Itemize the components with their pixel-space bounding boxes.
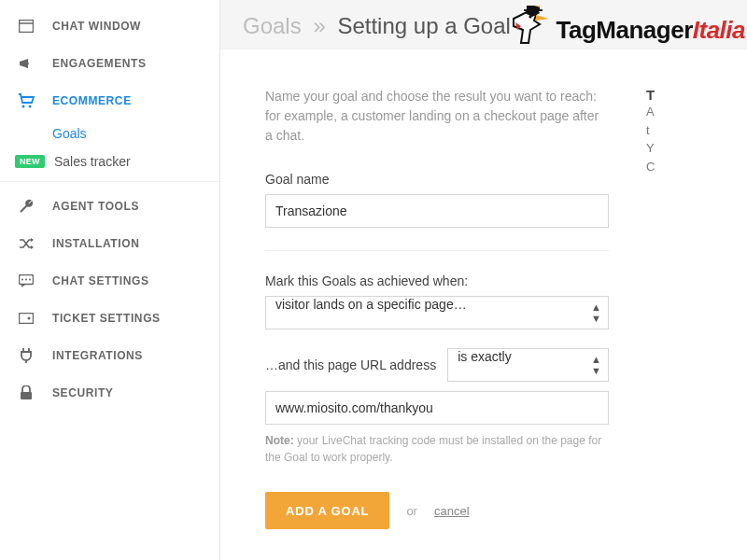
breadcrumb-root[interactable]: Goals <box>243 13 302 38</box>
achieved-select-wrap: visitor lands on a specific page… ▲▼ <box>265 296 609 329</box>
svg-point-6 <box>25 279 27 281</box>
form-card: Name your goal and choose the result you… <box>220 49 747 560</box>
svg-point-2 <box>22 105 25 108</box>
form-description: Name your goal and choose the result you… <box>265 87 609 146</box>
sidebar-subitem-label: Sales tracker <box>54 154 131 169</box>
svg-rect-0 <box>20 21 34 33</box>
window-icon <box>17 20 35 33</box>
cart-icon <box>17 93 35 108</box>
sidebar-item-chat-window[interactable]: CHAT WINDOW <box>0 7 219 45</box>
sidebar-sublist-ecommerce: Goals NEW Sales tracker <box>0 119 219 175</box>
sidebar-subitem-goals[interactable]: Goals <box>52 119 219 147</box>
brand-logo: TagManagerItalia <box>508 6 745 54</box>
tip-line: t <box>646 121 702 140</box>
brand-text-2: Italia <box>693 16 745 45</box>
svg-point-3 <box>29 105 32 108</box>
ticket-icon <box>17 313 35 324</box>
goal-name-label: Goal name <box>265 172 609 187</box>
url-input[interactable] <box>265 391 609 425</box>
sidebar-item-chat-settings[interactable]: CHAT SETTINGS <box>0 262 219 300</box>
tip-column: T A t Y C <box>646 87 702 529</box>
svg-rect-8 <box>20 314 34 324</box>
note-body: your LiveChat tracking code must be inst… <box>265 434 601 464</box>
divider <box>0 181 219 182</box>
goal-name-input[interactable] <box>265 194 609 228</box>
svg-point-7 <box>29 279 31 281</box>
add-goal-button[interactable]: ADD A GOAL <box>265 492 389 529</box>
cancel-link[interactable]: cancel <box>434 504 470 518</box>
form-actions: ADD A GOAL or cancel <box>265 492 609 529</box>
sidebar-item-label: CHAT SETTINGS <box>52 274 149 287</box>
sidebar-item-label: TICKET SETTINGS <box>52 312 161 325</box>
achieved-select[interactable]: visitor lands on a specific page… <box>265 296 609 329</box>
sidebar-item-label: ECOMMERCE <box>52 94 132 107</box>
sidebar-item-label: CHAT WINDOW <box>52 20 141 33</box>
chat-icon <box>17 274 35 287</box>
svg-point-11 <box>529 15 531 18</box>
sidebar-item-label: INSTALLATION <box>52 237 139 250</box>
or-text: or <box>406 504 417 518</box>
megaphone-icon <box>17 57 35 70</box>
svg-rect-10 <box>21 392 32 399</box>
sidebar-item-label: INTEGRATIONS <box>52 349 143 362</box>
note-text: Note: your LiveChat tracking code must b… <box>265 432 609 466</box>
svg-point-5 <box>21 279 23 281</box>
sidebar-item-installation[interactable]: INSTALLATION <box>0 225 219 262</box>
sidebar-item-engagements[interactable]: ENGAGEMENTS <box>0 45 219 82</box>
plug-icon <box>17 348 35 363</box>
tip-title: T <box>646 87 702 103</box>
sidebar-item-label: ENGAGEMENTS <box>52 57 147 70</box>
sidebar-subitem-sales-tracker[interactable]: NEW Sales tracker <box>52 147 219 175</box>
note-strong: Note: <box>265 434 294 447</box>
tip-line: Y <box>646 139 702 158</box>
sidebar-item-label: AGENT TOOLS <box>52 200 139 213</box>
form-column: Name your goal and choose the result you… <box>265 87 609 529</box>
lock-icon <box>17 385 35 400</box>
sidebar: CHAT WINDOW ENGAGEMENTS ECOMMERCE Goals … <box>0 0 220 560</box>
main-content: Goals » Setting up a Goal Name your goal… <box>220 0 747 560</box>
sidebar-item-security[interactable]: SECURITY <box>0 374 219 412</box>
achieved-label: Mark this Goals as achieved when: <box>265 273 609 288</box>
breadcrumb-current: Setting up a Goal <box>337 13 510 38</box>
sidebar-item-agent-tools[interactable]: AGENT TOOLS <box>0 188 219 225</box>
brand-text-1: TagManager <box>557 16 693 45</box>
sidebar-item-label: SECURITY <box>52 386 113 399</box>
divider <box>265 250 609 251</box>
svg-point-9 <box>28 317 31 320</box>
sidebar-item-ecommerce[interactable]: ECOMMERCE <box>0 82 219 119</box>
sidebar-subitem-label: Goals <box>52 126 87 141</box>
svg-rect-13 <box>524 9 543 11</box>
tip-line: C <box>646 158 702 176</box>
shuffle-icon <box>17 237 35 250</box>
tip-line: A <box>646 103 702 121</box>
sidebar-item-ticket-settings[interactable]: TICKET SETTINGS <box>0 300 219 337</box>
new-badge: NEW <box>15 155 45 168</box>
woodpecker-icon <box>508 6 553 54</box>
url-match-select[interactable]: is exactly <box>447 348 609 382</box>
breadcrumb-sep: » <box>307 13 331 38</box>
url-prefix-label: …and this page URL address <box>265 357 436 372</box>
wrench-icon <box>17 199 35 214</box>
sidebar-item-integrations[interactable]: INTEGRATIONS <box>0 337 219 374</box>
